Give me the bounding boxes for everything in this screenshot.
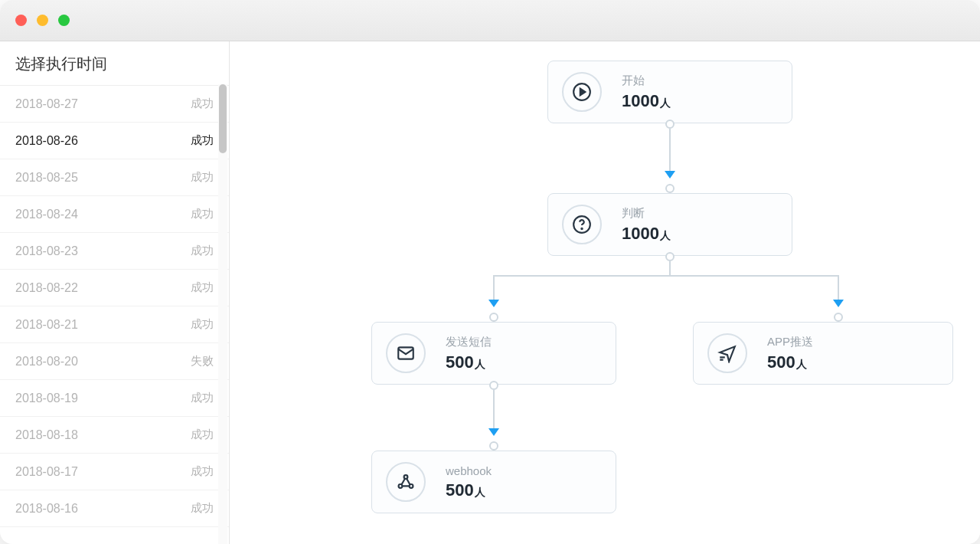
- sidebar-list: 2018-08-27成功2018-08-26成功2018-08-25成功2018…: [0, 86, 229, 544]
- sidebar-item[interactable]: 2018-08-16成功: [0, 490, 229, 527]
- sidebar-item-date: 2018-08-27: [15, 97, 78, 111]
- sidebar-item-date: 2018-08-16: [15, 502, 78, 516]
- sidebar-item-status: 成功: [191, 428, 214, 442]
- node-apppush[interactable]: APP推送 500人: [693, 322, 953, 385]
- svg-point-9: [410, 484, 413, 488]
- connector: [838, 275, 839, 300]
- port: [489, 313, 498, 322]
- sidebar-item[interactable]: 2018-08-24成功: [0, 196, 229, 233]
- sidebar-item[interactable]: 2018-08-21成功: [0, 306, 229, 343]
- node-sms-label: 发送短信: [446, 335, 492, 349]
- svg-marker-1: [580, 89, 586, 96]
- sidebar-item-date: 2018-08-23: [15, 244, 78, 258]
- node-apppush-value: 500人: [767, 352, 813, 372]
- send-icon: [707, 333, 747, 373]
- sidebar-item-status: 成功: [191, 317, 214, 332]
- svg-point-3: [581, 228, 582, 229]
- sidebar-item-status: 成功: [191, 97, 214, 111]
- sidebar-item[interactable]: 2018-08-20失败: [0, 343, 229, 380]
- minimize-icon[interactable]: [37, 15, 48, 26]
- node-decide-value: 1000人: [622, 224, 671, 244]
- webhook-icon: [386, 462, 426, 502]
- node-start-value: 1000人: [622, 91, 671, 111]
- mail-icon: [386, 333, 426, 373]
- sidebar-item-status: 成功: [191, 280, 214, 295]
- sidebar-item-date: 2018-08-19: [15, 392, 78, 405]
- node-sms-value: 500人: [446, 352, 492, 372]
- sidebar-item-date: 2018-08-24: [15, 208, 78, 221]
- arrow-down-icon: [488, 300, 499, 307]
- flow-canvas[interactable]: 开始 1000人 判断 1000人: [230, 41, 980, 544]
- port: [489, 381, 498, 390]
- node-sms-text: 发送短信 500人: [446, 335, 492, 372]
- sidebar-item-date: 2018-08-20: [15, 355, 78, 369]
- node-webhook-label: webhook: [446, 464, 492, 477]
- port: [489, 441, 498, 451]
- node-webhook-value: 500人: [446, 480, 492, 500]
- sidebar-item[interactable]: 2018-08-25成功: [0, 159, 229, 196]
- connector: [669, 129, 671, 171]
- connector: [493, 275, 839, 277]
- sidebar-item[interactable]: 2018-08-22成功: [0, 270, 229, 306]
- sidebar-item[interactable]: 2018-08-18成功: [0, 417, 229, 454]
- sidebar-item[interactable]: 2018-08-27成功: [0, 86, 229, 123]
- svg-point-7: [404, 475, 408, 479]
- sidebar-item-date: 2018-08-18: [15, 428, 78, 442]
- node-decide-text: 判断 1000人: [622, 206, 671, 244]
- window-titlebar: [0, 0, 980, 41]
- connector: [669, 261, 671, 277]
- node-start-text: 开始 1000人: [622, 74, 671, 111]
- maximize-icon[interactable]: [58, 15, 70, 26]
- arrow-down-icon: [665, 171, 675, 179]
- sidebar-item-status: 成功: [191, 391, 214, 405]
- scrollbar-thumb[interactable]: [219, 84, 227, 153]
- sidebar-item-date: 2018-08-17: [15, 465, 78, 479]
- sidebar-item-status: 成功: [191, 464, 214, 479]
- port: [665, 120, 675, 129]
- sidebar-item-status: 成功: [191, 207, 214, 221]
- connector: [493, 390, 495, 428]
- content-area: 选择执行时间 2018-08-27成功2018-08-26成功2018-08-2…: [0, 41, 980, 544]
- node-apppush-label: APP推送: [767, 335, 813, 349]
- sidebar-item-date: 2018-08-21: [15, 318, 78, 332]
- sidebar-item-status: 成功: [191, 501, 214, 516]
- play-icon: [562, 72, 602, 112]
- node-decide-label: 判断: [622, 206, 671, 221]
- port: [665, 252, 675, 261]
- sidebar-item-date: 2018-08-22: [15, 281, 78, 295]
- node-webhook[interactable]: webhook 500人: [371, 451, 616, 513]
- sidebar-item-status: 成功: [191, 170, 214, 185]
- sidebar-title: 选择执行时间: [0, 41, 229, 86]
- port: [665, 184, 675, 193]
- node-decide[interactable]: 判断 1000人: [547, 193, 792, 256]
- node-sms[interactable]: 发送短信 500人: [371, 322, 616, 385]
- close-icon[interactable]: [15, 15, 27, 26]
- node-webhook-text: webhook 500人: [446, 464, 492, 500]
- sidebar-item-date: 2018-08-25: [15, 171, 78, 185]
- scrollbar-track[interactable]: [218, 84, 227, 544]
- sidebar-item-status: 失败: [191, 354, 214, 369]
- node-start-label: 开始: [622, 74, 671, 88]
- port: [834, 313, 843, 322]
- execution-time-sidebar: 选择执行时间 2018-08-27成功2018-08-26成功2018-08-2…: [0, 41, 230, 544]
- svg-point-8: [399, 484, 403, 488]
- sidebar-item[interactable]: 2018-08-23成功: [0, 233, 229, 270]
- connector: [493, 275, 495, 300]
- arrow-down-icon: [488, 428, 499, 436]
- node-apppush-text: APP推送 500人: [767, 335, 813, 372]
- sidebar-item[interactable]: 2018-08-19成功: [0, 380, 229, 417]
- sidebar-item[interactable]: 2018-08-17成功: [0, 454, 229, 490]
- sidebar-item-status: 成功: [191, 133, 214, 148]
- sidebar-item[interactable]: 2018-08-26成功: [0, 123, 229, 159]
- sidebar-item-status: 成功: [191, 244, 214, 258]
- arrow-down-icon: [833, 300, 844, 307]
- question-icon: [562, 205, 602, 244]
- sidebar-item-date: 2018-08-26: [15, 134, 78, 148]
- node-start[interactable]: 开始 1000人: [547, 61, 792, 123]
- app-window: 选择执行时间 2018-08-27成功2018-08-26成功2018-08-2…: [0, 0, 980, 544]
